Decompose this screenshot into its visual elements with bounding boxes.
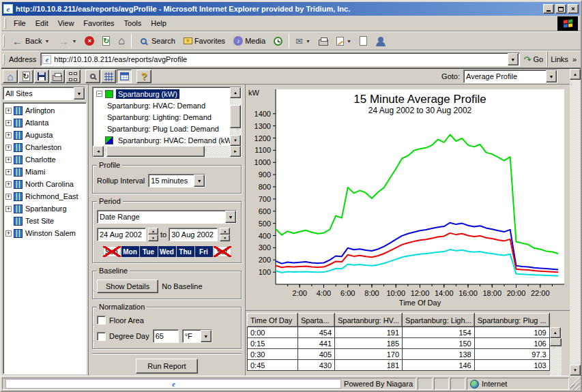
- table-vertical-scrollbar[interactable]: ▲ ▼: [550, 327, 562, 376]
- scroll-down-icon[interactable]: ▼: [230, 135, 241, 146]
- app-sitemap-button[interactable]: [66, 70, 81, 83]
- site-filter-select[interactable]: All Sites ▼: [3, 87, 85, 100]
- start-date-field[interactable]: 24 Aug 2002: [97, 228, 146, 241]
- minimize-button[interactable]: [543, 4, 554, 14]
- end-date-spinner[interactable]: ▲ ▼: [220, 228, 230, 241]
- mail-dropdown-icon[interactable]: ▼: [306, 39, 310, 44]
- site-tree-item[interactable]: + Test Site: [5, 215, 86, 227]
- menu-item[interactable]: Edit: [31, 17, 53, 29]
- site-tree-item[interactable]: + Spartanburg: [5, 202, 86, 215]
- forward-button[interactable]: → ▼: [53, 33, 81, 49]
- search-button[interactable]: Search: [134, 33, 179, 49]
- scroll-up-icon[interactable]: ▲: [230, 87, 241, 98]
- floor-area-checkbox[interactable]: [97, 316, 106, 325]
- discuss-button[interactable]: [355, 33, 371, 49]
- scroll-left-icon[interactable]: ◄: [93, 146, 104, 157]
- links-bar[interactable]: Links »: [547, 52, 579, 67]
- series-vertical-scrollbar[interactable]: ▲ ▼: [230, 87, 241, 146]
- address-dropdown-button[interactable]: ▼: [508, 53, 519, 65]
- messenger-button[interactable]: [371, 33, 391, 49]
- tree-expand-icon[interactable]: +: [5, 230, 12, 237]
- forward-dropdown-icon[interactable]: ▼: [72, 39, 76, 44]
- menu-item[interactable]: Help: [146, 17, 171, 29]
- history-button[interactable]: [270, 33, 287, 49]
- app-print-button[interactable]: [50, 70, 65, 83]
- series-list-item[interactable]: − Spartanburg (kW): [96, 88, 230, 100]
- period-type-select[interactable]: Date Range ▼: [97, 210, 237, 224]
- site-tree-item[interactable]: + Augusta: [5, 129, 86, 141]
- maximize-button[interactable]: [555, 4, 566, 14]
- site-tree-item[interactable]: + Richmond_East: [5, 190, 86, 202]
- tree-expand-icon[interactable]: +: [5, 157, 12, 163]
- site-tree-item[interactable]: + Arlington: [5, 104, 86, 117]
- menu-item[interactable]: Favorites: [78, 17, 119, 29]
- app-zoom-button[interactable]: [85, 70, 100, 83]
- tree-expand-icon[interactable]: +: [5, 194, 12, 200]
- spinner-down-icon[interactable]: ▼: [148, 235, 158, 241]
- tree-expand-icon[interactable]: +: [5, 145, 12, 151]
- table-column-header[interactable]: Sparta...: [298, 314, 335, 327]
- site-filter-dropdown-button[interactable]: ▼: [74, 87, 85, 100]
- home-button[interactable]: ⌂: [114, 33, 129, 49]
- scroll-up-icon[interactable]: ▲: [550, 327, 561, 338]
- mail-button[interactable]: ✉ ▼: [291, 33, 315, 49]
- series-list-item[interactable]: − Spartanburg: HVAC: Demand: [96, 100, 230, 111]
- series-collapse-icon[interactable]: −: [96, 91, 102, 97]
- weekday-toggle[interactable]: Thu: [177, 246, 194, 257]
- tree-expand-icon[interactable]: +: [5, 120, 12, 126]
- menubar-grip[interactable]: [4, 18, 6, 28]
- site-tree-item[interactable]: + Charleston: [5, 141, 86, 153]
- rollup-dropdown-button[interactable]: ▼: [194, 175, 205, 187]
- series-horizontal-scrollbar[interactable]: ◄ ►: [93, 146, 241, 157]
- page-vertical-scrollbar[interactable]: ▲ ▼: [570, 68, 581, 376]
- site-tree-item[interactable]: + Atlanta: [5, 117, 86, 129]
- table-column-header[interactable]: Spartanburg: Plug ...: [474, 314, 549, 327]
- spinner-down-icon[interactable]: ▼: [220, 235, 230, 241]
- site-tree-item[interactable]: + Charlotte: [5, 153, 86, 166]
- app-table-button[interactable]: [117, 70, 132, 83]
- resize-grip[interactable]: [570, 378, 580, 390]
- table-column-header[interactable]: Spartanburg: HV...: [335, 314, 403, 327]
- table-column-header[interactable]: Time Of Day: [248, 314, 298, 327]
- goto-select[interactable]: Average Profile ▼: [463, 70, 557, 83]
- app-help-button[interactable]: ?: [136, 70, 151, 83]
- address-input[interactable]: e http://10.10.8.211/eas/reports/avgProf…: [40, 52, 519, 66]
- series-list-item[interactable]: − Spartanburg: Lighting: Demand: [96, 111, 230, 123]
- menu-item[interactable]: View: [53, 17, 79, 29]
- back-dropdown-icon[interactable]: ▼: [44, 39, 49, 44]
- scrollbar-thumb[interactable]: [550, 338, 562, 346]
- scroll-down-icon[interactable]: ▼: [570, 365, 581, 376]
- media-button[interactable]: ♪ Media: [229, 33, 270, 49]
- print-button[interactable]: [315, 33, 332, 49]
- stop-button[interactable]: ×: [81, 33, 98, 49]
- series-list-item[interactable]: − Spartanburg: Plug Load: Demand: [96, 123, 230, 134]
- refresh-button[interactable]: ↻: [98, 33, 114, 49]
- spinner-up-icon[interactable]: ▲: [148, 228, 158, 235]
- site-tree-item[interactable]: + Winston Salem: [5, 227, 86, 239]
- goto-dropdown-button[interactable]: ▼: [546, 70, 557, 82]
- run-report-button[interactable]: Run Report: [136, 359, 197, 374]
- menu-item[interactable]: File: [9, 17, 31, 29]
- series-list-item[interactable]: − Spartanburg: HVAC: Demand (kW): [96, 134, 230, 146]
- degree-day-checkbox[interactable]: [97, 332, 106, 341]
- edit-button[interactable]: ▼: [332, 33, 355, 49]
- back-button[interactable]: ← Back ▼: [8, 33, 53, 49]
- tree-expand-icon[interactable]: +: [5, 181, 12, 187]
- tree-expand-icon[interactable]: +: [5, 169, 12, 175]
- degree-day-input[interactable]: 65: [153, 329, 179, 343]
- tree-expand-icon[interactable]: +: [5, 206, 12, 212]
- weekday-toggle[interactable]: Wed: [158, 246, 176, 257]
- favorites-button[interactable]: ★ Favorites: [179, 33, 229, 49]
- spinner-up-icon[interactable]: ▲: [220, 228, 230, 235]
- app-refresh-button[interactable]: ↻: [18, 70, 33, 83]
- weekday-toggle[interactable]: Mon: [121, 246, 139, 257]
- scroll-right-icon[interactable]: ►: [230, 146, 241, 157]
- weekday-toggle[interactable]: Fri: [195, 246, 213, 257]
- close-button[interactable]: ×: [568, 4, 579, 14]
- weekday-toggle[interactable]: Sun: [103, 246, 121, 257]
- degree-unit-select[interactable]: °F ▼: [182, 329, 212, 343]
- weekday-toggle[interactable]: Sat: [214, 246, 231, 257]
- scroll-up-icon[interactable]: ▲: [570, 69, 581, 80]
- table-column-header[interactable]: Spartanburg: Ligh...: [403, 314, 475, 327]
- address-url[interactable]: http://10.10.8.211/eas/reports/avgProfil…: [54, 55, 507, 63]
